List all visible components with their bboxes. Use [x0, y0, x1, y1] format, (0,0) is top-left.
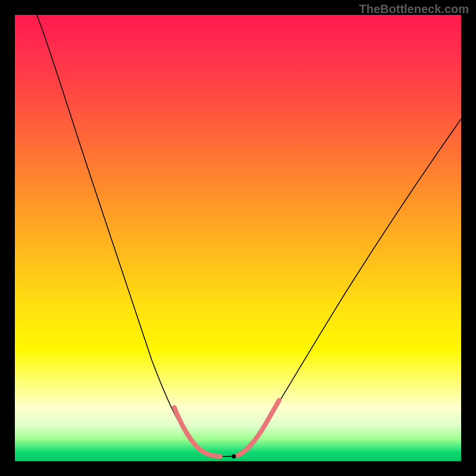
- optimal-range-right: [238, 400, 279, 455]
- bottleneck-curve: [37, 15, 461, 456]
- minimum-point: [232, 455, 236, 459]
- chart-container: [15, 15, 461, 461]
- watermark-text: TheBottleneck.com: [359, 2, 469, 16]
- optimal-range-left: [174, 408, 220, 456]
- chart-svg: [15, 15, 461, 461]
